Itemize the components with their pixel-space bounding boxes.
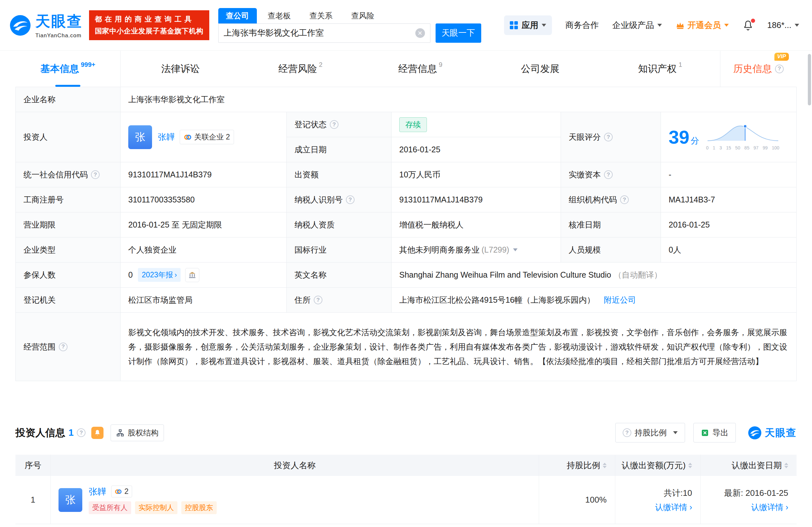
- search-tabs: 查公司 查老板 查关系 查风险: [218, 8, 481, 24]
- tab-label: 法律诉讼: [161, 62, 200, 75]
- bank-building-icon: [188, 271, 197, 279]
- subscribe-bell-button[interactable]: [91, 427, 103, 439]
- chevron-down-icon: [673, 431, 678, 434]
- user-account-menu[interactable]: 186*...: [767, 20, 799, 30]
- status-badge: 存续: [399, 117, 427, 132]
- search-tab-company[interactable]: 查公司: [218, 8, 257, 24]
- field-label-capital: 出资额: [287, 162, 392, 187]
- sort-icon[interactable]: [603, 463, 607, 468]
- tianyancha-eye-icon: [748, 426, 762, 440]
- search-input[interactable]: [224, 28, 415, 38]
- enterprise-products-label: 企业级产品: [612, 19, 654, 31]
- amount-detail-link[interactable]: 认缴详情 ›: [655, 502, 692, 513]
- apps-menu[interactable]: 应用: [504, 15, 552, 35]
- field-label-reg-status: 登记状态?: [287, 112, 392, 137]
- field-label-reg-no: 工商注册号: [16, 187, 120, 213]
- enterprise-products-menu[interactable]: 企业级产品: [612, 19, 662, 31]
- banner-line-2: 国家中小企业发展子基金旗下机构: [95, 26, 203, 36]
- field-label-address: 住所?: [287, 288, 392, 313]
- help-icon[interactable]: ?: [77, 428, 86, 437]
- field-label-approve-date: 核准日期: [561, 213, 661, 237]
- tab-basic-info[interactable]: 基本信息 999+: [15, 51, 120, 87]
- help-icon[interactable]: ?: [775, 64, 784, 73]
- field-value-address: 上海市松江区北松公路4915号16幢（上海影视乐园内） 附近公司: [392, 288, 796, 313]
- social-insurance-icon[interactable]: [185, 268, 199, 282]
- tag-actual-controller[interactable]: 实际控制人: [135, 501, 177, 514]
- investor-name-link[interactable]: 张韡: [158, 131, 175, 143]
- column-header-ratio[interactable]: 持股比例: [539, 455, 615, 476]
- search-tab-boss[interactable]: 查老板: [260, 8, 299, 24]
- bell-icon: [93, 429, 101, 437]
- help-icon[interactable]: ?: [91, 170, 100, 179]
- business-cooperation-link[interactable]: 商务合作: [565, 19, 599, 31]
- field-label-tax-qualification: 纳税人资质: [287, 213, 392, 237]
- investor-avatar[interactable]: 张: [58, 488, 82, 512]
- tab-company-development[interactable]: 公司发展: [480, 51, 600, 87]
- field-label-score: 天眼评分?: [561, 112, 661, 162]
- help-icon[interactable]: ?: [604, 133, 613, 142]
- field-value-industry[interactable]: 其他未列明商务服务业 (L7299): [392, 237, 561, 263]
- field-label-paid-capital: 实缴资本?: [561, 162, 661, 187]
- search-tab-risk[interactable]: 查风险: [344, 8, 382, 24]
- equity-structure-label: 股权结构: [128, 428, 159, 438]
- tianyan-score[interactable]: 39分: [669, 126, 699, 148]
- date-detail-link[interactable]: 认缴详情 ›: [751, 502, 788, 513]
- investor-avatar[interactable]: 张: [128, 125, 152, 149]
- export-button[interactable]: 导出: [693, 423, 736, 442]
- field-value-credit-code: 91310117MA1J14B379: [120, 162, 287, 187]
- help-icon[interactable]: ?: [330, 120, 338, 129]
- sort-icon[interactable]: [784, 463, 788, 468]
- chevron-down-icon: [542, 24, 546, 27]
- help-icon[interactable]: ?: [59, 342, 68, 351]
- chevron-down-icon[interactable]: [513, 248, 518, 251]
- column-header-investor-name: 投资人名称: [51, 455, 539, 476]
- column-header-amount[interactable]: 认缴出资额(万元): [615, 455, 701, 476]
- business-scope-text: 影视文化领域内的技术开发、技术服务、技术咨询，影视文化艺术活动交流策划，影视剧策…: [128, 313, 788, 381]
- field-value-approve-date: 2016-01-25: [661, 213, 796, 237]
- field-value-score: 39分 0131550859799100: [661, 112, 796, 162]
- related-companies-badge[interactable]: 关联企业 2: [180, 130, 234, 144]
- investors-table: 序号 投资人名称 持股比例 认缴出资额(万元) 认缴出资日期 1 张 张韡: [15, 455, 797, 524]
- related-count-badge[interactable]: 2: [111, 485, 132, 497]
- clear-icon[interactable]: ×: [415, 28, 425, 38]
- help-icon[interactable]: ?: [604, 170, 613, 179]
- help-icon[interactable]: ?: [314, 296, 322, 304]
- sort-icon[interactable]: [688, 463, 692, 468]
- tab-intellectual-property[interactable]: 知识产权 1: [600, 51, 720, 87]
- tianyancha-logo[interactable]: 天眼查 TianYanCha.com: [10, 12, 83, 39]
- field-value-company-type: 个人独资企业: [120, 237, 287, 263]
- tab-legal-proceedings[interactable]: 法律诉讼: [120, 51, 241, 87]
- notifications-bell[interactable]: [742, 19, 754, 31]
- equity-structure-button[interactable]: 股权结构: [111, 424, 164, 441]
- annual-report-tag[interactable]: 2023年报›: [138, 268, 181, 282]
- tag-controlling-shareholder[interactable]: 控股股东: [181, 501, 217, 514]
- investor-name-link[interactable]: 张韡: [89, 486, 106, 497]
- search-button[interactable]: 天眼一下: [436, 24, 481, 43]
- membership-menu[interactable]: 开通会员: [676, 19, 729, 31]
- tag-beneficial-owner[interactable]: 受益所有人: [89, 501, 131, 514]
- export-label: 导出: [712, 427, 728, 438]
- field-label-company-type: 企业类型: [16, 237, 120, 263]
- help-icon[interactable]: ?: [346, 195, 354, 204]
- row-investor-name-cell: 张 张韡 2 受益所有人 实际控制人 控股股东: [51, 476, 539, 524]
- scrollbar-thumb[interactable]: [808, 54, 811, 105]
- tab-history-info[interactable]: 历史信息 ? VIP: [720, 51, 797, 87]
- tab-business-info[interactable]: 经营信息 9: [360, 51, 480, 87]
- shareholding-ratio-button[interactable]: ? 持股比例: [615, 423, 685, 442]
- search-box: ×: [218, 24, 431, 43]
- industry-code: (L7299): [481, 245, 509, 254]
- chevron-right-icon: ›: [175, 271, 177, 279]
- logo-domain: TianYanCha.com: [35, 32, 83, 39]
- nearby-companies-link[interactable]: 附近公司: [604, 295, 636, 305]
- search-tab-relation[interactable]: 查关系: [302, 8, 340, 24]
- investors-title: 投资人信息: [15, 426, 65, 440]
- insured-number: 0: [128, 270, 133, 280]
- field-value-tax-id: 91310117MA1J14B379: [392, 187, 561, 213]
- field-value-insured-count: 0 2023年报›: [120, 263, 287, 288]
- column-header-date[interactable]: 认缴出资日期: [701, 455, 797, 476]
- notification-dot: [751, 19, 755, 23]
- tab-operational-risk[interactable]: 经营风险 2: [241, 51, 360, 87]
- help-icon[interactable]: ?: [620, 195, 629, 204]
- english-name: Shanghai Zhang Weihua Film and Televisio…: [399, 270, 611, 280]
- chevron-down-icon: [724, 24, 729, 27]
